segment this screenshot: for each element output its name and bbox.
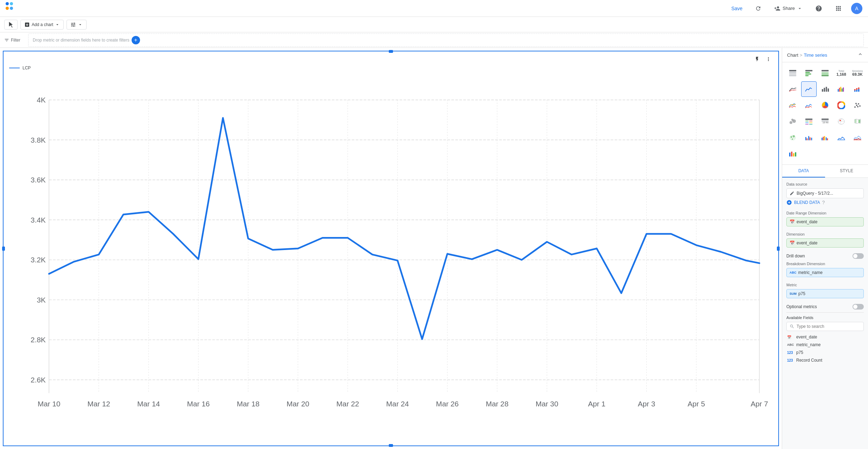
add-chart-icon: [24, 22, 30, 27]
breakdown-field-chip[interactable]: ABC metric_name: [786, 268, 864, 277]
chart-type-bar-grouped2[interactable]: [817, 130, 833, 145]
svg-text:Apr 7: Apr 7: [750, 400, 768, 408]
calendar-icon: 📅: [790, 219, 795, 224]
svg-text:3.2K: 3.2K: [31, 256, 46, 264]
chart-type-bar-grouped[interactable]: [801, 130, 817, 145]
resize-handle-right[interactable]: [777, 247, 780, 251]
help-button[interactable]: [812, 3, 826, 14]
cursor-icon: [8, 22, 14, 27]
chart-type-scorecard2[interactable]: Sessions 69.3K: [850, 65, 865, 81]
chart-type-colored-bar[interactable]: [785, 146, 800, 162]
blend-data-row[interactable]: BLEND DATA ?: [786, 200, 864, 205]
area-icon: [837, 134, 845, 142]
add-collaborator-button[interactable]: Share: [771, 3, 806, 14]
svg-text:Mar 28: Mar 28: [486, 400, 509, 408]
search-input[interactable]: [797, 324, 861, 329]
date-range-field-chip[interactable]: 📅 event_date: [786, 217, 864, 226]
chart-type-donut[interactable]: [834, 98, 849, 113]
chart-type-table-numbers[interactable]: 123 456: [817, 114, 833, 129]
toolbar: Add a chart: [0, 17, 868, 32]
drill-down-toggle[interactable]: [853, 253, 864, 259]
save-button[interactable]: Save: [728, 4, 746, 13]
multibar-icon: [837, 85, 845, 93]
panel-close-button[interactable]: [857, 51, 863, 58]
chart-type-table2[interactable]: [801, 65, 817, 81]
svg-rect-59: [824, 88, 825, 92]
help-blend-icon[interactable]: ?: [822, 200, 825, 205]
svg-point-84: [790, 121, 792, 124]
filter-add-button[interactable]: +: [132, 36, 140, 44]
chart-type-multiline[interactable]: [785, 98, 800, 113]
svg-rect-55: [822, 72, 829, 73]
svg-rect-67: [854, 91, 856, 92]
resize-handle-left[interactable]: [2, 247, 5, 251]
svg-point-83: [857, 106, 859, 107]
svg-text:Mar 22: Mar 22: [336, 400, 359, 408]
chart-type-scorecard1[interactable]: Total 1,168: [834, 65, 849, 81]
drill-down-row: Drill down: [786, 253, 864, 259]
logo-dot-2: [10, 2, 13, 5]
chart-type-smoothline[interactable]: [785, 81, 800, 97]
svg-rect-118: [791, 152, 792, 157]
add-circle-icon: [786, 200, 792, 205]
chart-type-timeseries[interactable]: [801, 81, 817, 97]
chart-type-area[interactable]: [834, 130, 849, 145]
svg-rect-50: [805, 70, 812, 71]
chart-type-bubble[interactable]: [785, 114, 800, 129]
data-source-name: BigQuery - 5/17/2...: [797, 191, 833, 196]
svg-point-82: [855, 103, 857, 104]
chart-type-scatter[interactable]: [850, 98, 865, 113]
refresh-button[interactable]: [752, 3, 765, 14]
breadcrumb-sep: >: [800, 52, 803, 58]
table3-icon: [821, 69, 829, 77]
resize-handle-top[interactable]: [389, 50, 393, 53]
optional-metrics-row: Optional metrics: [786, 304, 864, 310]
field-item-event-date[interactable]: 📅 event_date: [786, 333, 864, 341]
filter-drop-zone[interactable]: Drop metric or dimension fields here to …: [28, 33, 864, 47]
field-item-p75[interactable]: 123 p75: [786, 349, 864, 356]
chart-type-table1[interactable]: [785, 65, 800, 81]
control-icon: [70, 22, 76, 27]
svg-text:Mar 16: Mar 16: [187, 400, 210, 408]
cursor-button[interactable]: [4, 20, 18, 30]
chart-menu-button[interactable]: [764, 56, 773, 64]
chart-type-table3[interactable]: [817, 65, 833, 81]
dimension-field-chip[interactable]: 📅 event_date: [786, 238, 864, 248]
add-chart-button[interactable]: Add a chart: [20, 20, 64, 30]
optional-metrics-toggle[interactable]: [853, 304, 864, 310]
svg-rect-119: [793, 153, 794, 156]
chart-type-table-heatbar[interactable]: [801, 114, 817, 129]
svg-point-78: [854, 106, 856, 108]
tab-data[interactable]: DATA: [782, 165, 825, 177]
svg-point-104: [791, 136, 792, 138]
chart-type-area2[interactable]: [850, 130, 865, 145]
avatar[interactable]: A: [851, 3, 862, 14]
right-panel: Chart > Time series: [782, 48, 868, 449]
chart-bolt-button[interactable]: [753, 56, 761, 64]
pie-icon: [821, 101, 829, 109]
chart-type-pie[interactable]: [817, 98, 833, 113]
area2-icon: [854, 134, 861, 142]
grid-button[interactable]: [831, 3, 845, 14]
chart-type-stackedbar[interactable]: [850, 81, 865, 97]
svg-rect-115: [826, 137, 827, 140]
control-button[interactable]: [66, 20, 87, 30]
dimension-section: Dimension 📅 event_date: [786, 232, 864, 248]
svg-rect-68: [854, 89, 856, 91]
field-item-metric-name[interactable]: ABC metric_name: [786, 341, 864, 349]
chart-type-multibar[interactable]: [834, 81, 849, 97]
svg-text:Mar 14: Mar 14: [137, 400, 160, 408]
grid-icon: [835, 5, 842, 12]
chart-type-geo3[interactable]: [785, 130, 800, 145]
chart-type-bar[interactable]: [817, 81, 833, 97]
chart-type-geo1[interactable]: [834, 114, 849, 129]
tab-style[interactable]: STYLE: [825, 165, 868, 177]
svg-rect-64: [840, 87, 841, 92]
metric-field-chip[interactable]: SUM p75: [786, 289, 864, 298]
chart-toolbar: [9, 56, 773, 64]
field-item-record-count[interactable]: 123 Record Count: [786, 356, 864, 364]
data-source-row[interactable]: BigQuery - 5/17/2...: [786, 188, 864, 198]
chart-type-geo2[interactable]: [850, 114, 865, 129]
chart-type-multiline2[interactable]: [801, 98, 817, 113]
stackedbar-icon: [854, 85, 861, 93]
